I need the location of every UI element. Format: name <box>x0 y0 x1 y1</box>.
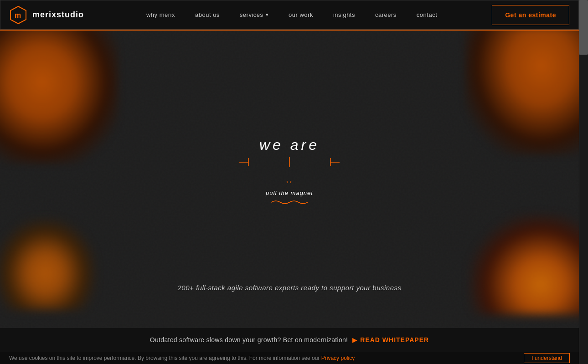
nav-link-why-merix[interactable]: why merix <box>136 0 185 30</box>
nav-link-insights[interactable]: insights <box>323 0 365 30</box>
nav-links: why merix about us services our work ins… <box>92 0 492 30</box>
nav-link-services[interactable]: services <box>230 0 279 30</box>
magnet-area[interactable]: ↔ pull the magnet <box>266 176 313 205</box>
cookie-accept-button[interactable]: I understand <box>524 353 570 363</box>
hero-we-are-text: we are <box>259 137 320 154</box>
banner-cta[interactable]: ▶ READ WHITEPAPER <box>352 336 429 343</box>
navbar: m merixstudio why merix about us service… <box>0 0 579 30</box>
hero-content: we are ↔ pull the magnet 200+ full-st <box>0 0 579 328</box>
logo-icon: m <box>9 5 28 25</box>
nav-link-our-work[interactable]: our work <box>279 0 323 30</box>
banner-link-text[interactable]: READ WHITEPAPER <box>360 336 429 343</box>
logo-text: merixstudio <box>32 10 84 20</box>
nav-orange-line <box>0 30 579 31</box>
hero-tagline: 200+ full-stack agile software experts r… <box>178 284 402 292</box>
nav-link-contact[interactable]: contact <box>407 0 447 30</box>
hero-bracket <box>239 157 340 167</box>
banner-text: Outdated software slows down your growth… <box>150 336 348 343</box>
cookie-text: We use cookies on this site to improve p… <box>9 355 515 361</box>
privacy-policy-link[interactable]: Privacy policy <box>321 355 355 361</box>
bracket-svg <box>239 157 340 167</box>
cookie-bar: We use cookies on this site to improve p… <box>0 352 579 364</box>
scrollbar-track[interactable] <box>579 0 588 364</box>
pull-magnet-text: pull the magnet <box>266 190 313 196</box>
magnet-arrow-icon: ↔ <box>284 176 294 187</box>
nav-link-careers[interactable]: careers <box>365 0 407 30</box>
logo-area[interactable]: m merixstudio <box>0 5 92 25</box>
hero-section: we are ↔ pull the magnet 200+ full-st <box>0 0 579 328</box>
nav-link-about-us[interactable]: about us <box>185 0 230 30</box>
get-estimate-button[interactable]: Get an estimate <box>492 5 569 25</box>
wave-icon <box>271 199 308 205</box>
svg-text:m: m <box>15 11 21 19</box>
bottom-banner: Outdated software slows down your growth… <box>0 328 579 352</box>
scrollbar-thumb[interactable] <box>579 0 588 55</box>
banner-play-icon: ▶ <box>352 336 357 343</box>
